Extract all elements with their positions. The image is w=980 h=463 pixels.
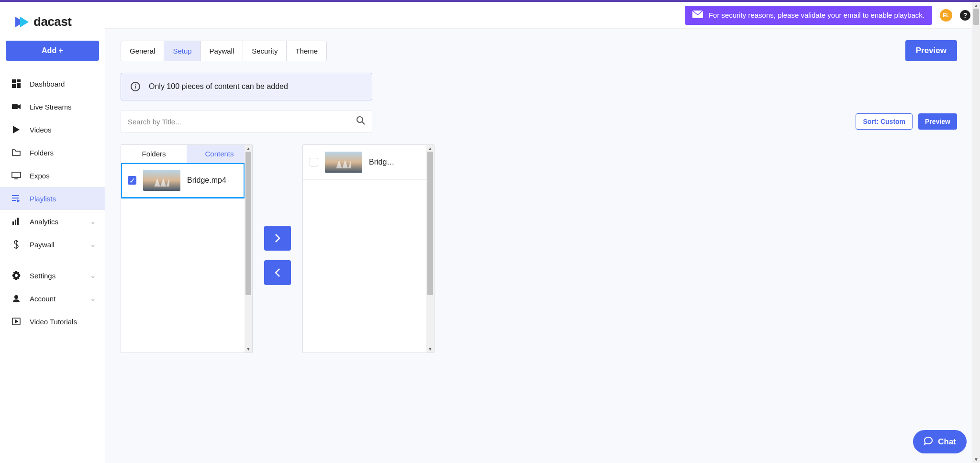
tab-paywall[interactable]: Paywall (201, 41, 244, 61)
sidebar-item-settings[interactable]: Settings ⌄ (0, 264, 105, 287)
chevron-down-icon: ⌄ (90, 217, 96, 226)
sidebar-item-label: Folders (30, 149, 54, 157)
svg-rect-0 (12, 79, 16, 83)
chat-label: Chat (938, 437, 956, 447)
svg-rect-5 (12, 172, 21, 177)
brand-logo[interactable]: dacast (0, 2, 105, 41)
tab-setup[interactable]: Setup (164, 41, 200, 61)
sidebar-item-label: Videos (30, 126, 52, 134)
svg-rect-2 (17, 83, 21, 88)
destination-panel: ▲▼ Bridg… (302, 144, 434, 353)
sidebar-item-videos[interactable]: Videos (0, 118, 105, 141)
sidebar-item-analytics[interactable]: Analytics ⌄ (0, 210, 105, 233)
page-content: General Setup Paywall Security Theme Pre… (105, 29, 972, 463)
help-icon[interactable]: ? (960, 10, 970, 21)
chat-icon (924, 436, 933, 448)
svg-rect-3 (12, 84, 16, 88)
sidebar-item-paywall[interactable]: Paywall ⌄ (0, 233, 105, 256)
svg-rect-10 (12, 221, 14, 225)
panel-tab-folders[interactable]: Folders (121, 145, 187, 163)
svg-rect-12 (17, 218, 19, 225)
camera-icon (11, 102, 21, 111)
folder-icon (11, 148, 21, 157)
avatar[interactable]: EL (940, 9, 952, 22)
video-thumbnail (143, 170, 180, 191)
monitor-icon (11, 171, 21, 180)
gear-icon (11, 271, 21, 280)
svg-point-14 (14, 295, 18, 299)
page-tabs: General Setup Paywall Security Theme (121, 41, 327, 61)
sidebar-item-label: Live Streams (30, 103, 72, 111)
chevron-down-icon: ⌄ (90, 271, 96, 280)
sidebar-item-livestreams[interactable]: Live Streams (0, 95, 105, 118)
dollar-icon (11, 240, 21, 249)
dashboard-icon (11, 79, 21, 88)
chevron-down-icon: ⌄ (90, 240, 96, 249)
svg-rect-7 (12, 195, 19, 196)
sidebar-item-label: Dashboard (30, 80, 65, 88)
remove-from-playlist-button[interactable] (264, 260, 291, 285)
sidebar-item-expos[interactable]: Expos (0, 164, 105, 187)
svg-rect-4 (12, 104, 18, 109)
mail-icon (692, 11, 703, 20)
svg-point-17 (357, 117, 363, 122)
add-to-playlist-button[interactable] (264, 226, 291, 251)
validation-banner[interactable]: For security reasons, please validate yo… (685, 6, 932, 25)
panel-scrollbar[interactable]: ▲▼ (245, 145, 252, 353)
content-scrollbar[interactable]: ▲▼ (972, 2, 980, 463)
destination-item[interactable]: Bridg… (303, 145, 426, 180)
person-icon (11, 294, 21, 303)
add-button[interactable]: Add + (6, 41, 99, 61)
chat-button[interactable]: Chat (913, 430, 967, 453)
content-picker: ▲▼ Folders Contents ✓ Bridge.mp4 (121, 144, 957, 353)
search-icon (356, 116, 365, 127)
sidebar-item-account[interactable]: Account ⌄ (0, 287, 105, 310)
panel-scrollbar[interactable]: ▲▼ (426, 145, 434, 353)
svg-line-18 (362, 122, 365, 124)
checkbox-icon[interactable] (310, 158, 318, 166)
search-field[interactable] (121, 110, 372, 133)
preview-button[interactable]: Preview (905, 40, 957, 61)
play-icon (11, 125, 21, 134)
sidebar-item-label: Analytics (30, 218, 58, 226)
brand-name: dacast (33, 14, 71, 29)
file-name: Bridg… (369, 158, 420, 166)
tab-general[interactable]: General (121, 41, 164, 61)
sidebar-item-label: Playlists (30, 195, 56, 203)
file-name: Bridge.mp4 (187, 176, 238, 185)
svg-rect-11 (15, 220, 16, 225)
tab-theme[interactable]: Theme (287, 41, 326, 61)
sidebar: dacast Add + Dashboard Live Streams Vide… (0, 2, 105, 463)
svg-rect-1 (17, 79, 21, 82)
sidebar-item-label: Expos (30, 172, 50, 180)
checkbox-icon[interactable]: ✓ (128, 176, 136, 185)
search-input[interactable] (128, 118, 356, 126)
sidebar-item-playlists[interactable]: Playlists (0, 187, 105, 210)
sidebar-item-tutorials[interactable]: Video Tutorials (0, 310, 105, 333)
transfer-controls (264, 226, 291, 285)
sort-button[interactable]: Sort: Custom (856, 113, 913, 130)
banner-text: For security reasons, please validate yo… (709, 11, 924, 19)
main-area: ▲▼ For security reasons, please validate… (105, 2, 980, 463)
sidebar-item-dashboard[interactable]: Dashboard (0, 72, 105, 95)
svg-rect-8 (12, 198, 19, 198)
sidebar-item-label: Video Tutorials (30, 318, 77, 326)
svg-rect-9 (12, 200, 16, 201)
info-text: Only 100 pieces of content can be added (149, 82, 288, 91)
preview-small-button[interactable]: Preview (918, 113, 957, 130)
chevron-down-icon: ⌄ (90, 294, 96, 303)
tab-security[interactable]: Security (243, 41, 287, 61)
playlist-icon (11, 194, 21, 203)
sidebar-item-folders[interactable]: Folders (0, 141, 105, 164)
info-icon: i (131, 82, 140, 91)
sidebar-item-label: Paywall (30, 241, 55, 249)
sidebar-item-label: Settings (30, 272, 56, 280)
source-panel: ▲▼ Folders Contents ✓ Bridge.mp4 (121, 144, 253, 353)
sidebar-item-label: Account (30, 295, 56, 303)
sidebar-divider (0, 260, 105, 260)
logo-icon (14, 16, 30, 28)
video-thumbnail (325, 152, 362, 173)
panel-tab-contents[interactable]: Contents (187, 145, 252, 163)
source-item[interactable]: ✓ Bridge.mp4 (121, 163, 245, 198)
sidebar-nav: Dashboard Live Streams Videos Folders Ex… (0, 72, 105, 333)
